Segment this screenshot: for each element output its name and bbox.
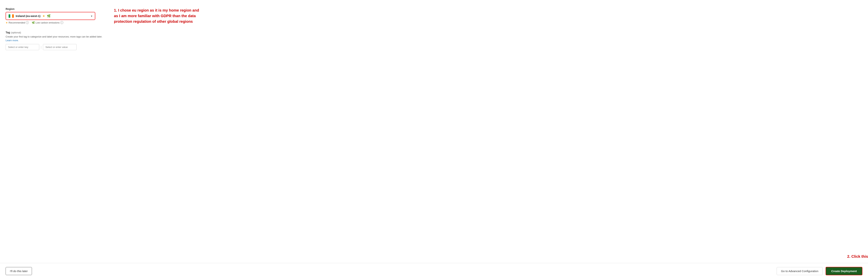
- low-carbon-info-icon[interactable]: i: [60, 21, 63, 24]
- flag-green: [8, 14, 10, 18]
- footer-wrapper: 2. Click this I'll do this later Go to A…: [0, 263, 868, 279]
- tag-label: Tag: [6, 31, 10, 34]
- low-carbon-label: Low carbon emissions: [35, 21, 60, 24]
- flag-orange: [12, 14, 14, 18]
- leaf-icon: 🌿: [47, 14, 51, 18]
- tag-header: Tag (optional): [6, 31, 106, 34]
- tag-inputs: :: [6, 44, 106, 50]
- tag-description: Create your first tag to categorize and …: [6, 35, 106, 42]
- recommended-star-icon: ★: [6, 21, 8, 24]
- footer: I'll do this later Go to Advanced Config…: [0, 263, 868, 279]
- chevron-down-icon: ▾: [91, 14, 92, 18]
- tag-optional-label: (optional): [11, 31, 21, 34]
- region-label: Region: [6, 7, 106, 10]
- recommended-label: Recommended: [8, 21, 25, 24]
- recommended-badge: ★ Recommended i: [6, 21, 29, 24]
- region-badges: ★ Recommended i 🌿 Low carbon emissions i: [6, 21, 106, 24]
- tag-value-input[interactable]: [43, 44, 76, 50]
- footer-right-buttons: Go to Advanced Configuration Create Depl…: [777, 267, 862, 275]
- tag-learn-more-link[interactable]: Learn more.: [6, 39, 19, 42]
- annotation-1-text: 1. I chose eu region as it is my home re…: [114, 7, 204, 24]
- region-select-left: Ireland (eu-west-1) ★ 🌿: [8, 14, 51, 18]
- create-deployment-button[interactable]: Create Deployment: [826, 267, 862, 275]
- right-panel: 1. I chose eu region as it is my home re…: [114, 7, 862, 257]
- advanced-config-button[interactable]: Go to Advanced Configuration: [777, 267, 823, 275]
- low-carbon-leaf-icon: 🌿: [32, 21, 35, 24]
- left-panel: Region Ireland (eu-west-1) ★ 🌿 ▾ ★ Recom…: [6, 7, 106, 257]
- tag-colon-separator: :: [41, 45, 41, 49]
- region-name: Ireland (eu-west-1): [16, 14, 40, 18]
- tag-key-input[interactable]: [6, 44, 39, 50]
- star-icon: ★: [42, 14, 45, 18]
- flag-white: [10, 14, 12, 18]
- tag-section: Tag (optional) Create your first tag to …: [6, 31, 106, 50]
- annotation-2-text: 2. Click this: [847, 254, 868, 259]
- recommended-info-icon[interactable]: i: [26, 21, 29, 24]
- low-carbon-badge: 🌿 Low carbon emissions i: [32, 21, 63, 24]
- ireland-flag: [8, 14, 14, 18]
- region-select[interactable]: Ireland (eu-west-1) ★ 🌿 ▾: [6, 12, 95, 20]
- do-later-button[interactable]: I'll do this later: [6, 267, 32, 275]
- tag-description-text: Create your first tag to categorize and …: [6, 35, 102, 38]
